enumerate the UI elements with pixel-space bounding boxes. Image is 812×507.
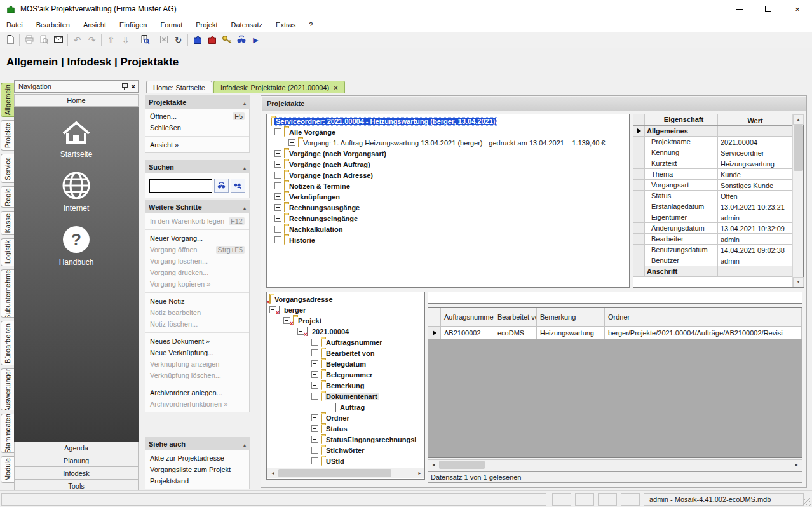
group-header-siehe-auch[interactable]: Siehe auch: [145, 437, 250, 450]
scroll-up-icon[interactable]: ▴: [793, 114, 804, 125]
permissions-button[interactable]: [219, 33, 234, 47]
module-tab-bueroarbeiten[interactable]: Büroarbeiten: [1, 321, 14, 365]
property-row[interactable]: KennungServiceordner: [633, 147, 792, 158]
expand-expander-icon[interactable]: [274, 172, 281, 179]
action-archivordner-anlegen[interactable]: Archivordner anlegen...: [145, 387, 249, 398]
new-document-button[interactable]: [3, 33, 17, 47]
scrollbar-thumb[interactable]: [794, 125, 803, 171]
tree-item[interactable]: Status: [267, 423, 424, 434]
tree-item[interactable]: Rechnungsausgänge: [267, 202, 629, 213]
property-row[interactable]: Benutzungsdatum14.04.2021 09:02:38: [633, 245, 792, 255]
nav-item-planung[interactable]: Planung: [14, 454, 139, 467]
tree-item[interactable]: UStId: [267, 456, 424, 466]
tree-item[interactable]: Auftragsnummer: [267, 337, 424, 348]
nav-item-agenda[interactable]: Agenda: [14, 442, 139, 454]
horizontal-scrollbar[interactable]: ◂ ▸: [428, 459, 802, 470]
tree-item[interactable]: Vorgänge (nach Vorgangsart): [267, 148, 629, 159]
module-tab-kasse[interactable]: Kasse: [1, 211, 14, 235]
tree-item[interactable]: × berger: [267, 304, 424, 315]
tree-item-dokumentenart[interactable]: Dokumentenart: [267, 391, 424, 402]
tree-item[interactable]: Bearbeitet von: [267, 348, 424, 358]
find-next-button[interactable]: [231, 179, 245, 193]
property-group-row[interactable]: Anschrift: [633, 266, 792, 277]
tree-item[interactable]: × Vorgangsadresse: [267, 294, 424, 304]
scroll-right-icon[interactable]: ▸: [414, 468, 425, 478]
tree-item[interactable]: Belegdatum: [267, 358, 424, 369]
menu-extras[interactable]: Extras: [276, 21, 295, 29]
action-neue-verknuepfung[interactable]: Neue Verknüpfung...: [145, 347, 249, 358]
tree-item[interactable]: × Projekt: [267, 315, 424, 326]
expand-expander-icon[interactable]: [311, 339, 318, 346]
shortcut-handbuch[interactable]: ? Handbuch: [59, 224, 94, 267]
tree-item[interactable]: Auftrag: [267, 402, 424, 412]
group-header-suchen[interactable]: Suchen: [145, 160, 250, 173]
tree-item-root[interactable]: Serviceordner: 2021.00004 - Heizungswart…: [267, 116, 629, 126]
scroll-left-icon[interactable]: ◂: [267, 468, 278, 478]
action-akte-projektadresse[interactable]: Akte zur Projektadresse: [145, 452, 249, 464]
property-group-row[interactable]: Allgemeines: [633, 126, 792, 137]
navigation-close-icon[interactable]: ×: [132, 83, 135, 90]
group-header-weitere-schritte[interactable]: Weitere Schritte: [145, 200, 250, 213]
property-row[interactable]: Eigentümeradmin: [633, 212, 792, 223]
column-ordner[interactable]: Ordner: [605, 308, 802, 327]
property-row[interactable]: KurztextHeizungswartung: [633, 158, 792, 169]
menu-datei[interactable]: Datei: [6, 21, 23, 29]
expand-expander-icon[interactable]: [311, 382, 318, 389]
print-button[interactable]: [22, 33, 36, 47]
scroll-left-icon[interactable]: ◂: [428, 459, 439, 470]
tree-item[interactable]: Historie: [267, 234, 629, 245]
report-preview-button[interactable]: [137, 33, 152, 47]
action-ansicht[interactable]: Ansicht »: [145, 139, 249, 151]
group-header-projektakte[interactable]: Projektakte: [145, 95, 250, 109]
expand-expander-icon[interactable]: [311, 349, 318, 356]
navigation-section-home[interactable]: Home: [14, 94, 139, 107]
run-button[interactable]: ►: [248, 33, 263, 47]
scroll-right-icon[interactable]: ▸: [791, 459, 802, 470]
scrollbar-thumb[interactable]: [439, 461, 485, 469]
tree-item[interactable]: Vorgang: 1. Auftrag Heizungswartung 13.0…: [267, 137, 629, 148]
expand-expander-icon[interactable]: [311, 447, 318, 454]
module-tab-stammdaten[interactable]: Stammdaten: [1, 414, 14, 453]
scrollbar-thumb[interactable]: [278, 469, 391, 477]
tree-item[interactable]: Rechnungseingänge: [267, 213, 629, 224]
tree-item[interactable]: × 2021.00004: [267, 326, 424, 337]
tree-item[interactable]: Verknüpfungen: [267, 191, 629, 202]
property-row[interactable]: Benutzeradmin: [633, 255, 792, 266]
tree-item[interactable]: Notizen & Termine: [267, 180, 629, 191]
scroll-down-icon[interactable]: ▾: [793, 277, 804, 287]
move-up-button[interactable]: ⇧: [104, 33, 118, 47]
find-button[interactable]: [214, 179, 229, 193]
email-button[interactable]: [51, 33, 65, 47]
expand-expander-icon[interactable]: [311, 360, 318, 367]
expand-expander-icon[interactable]: [274, 161, 281, 168]
menu-hilfe[interactable]: ?: [309, 21, 313, 29]
action-neuer-vorgang[interactable]: Neuer Vorgang...: [145, 233, 249, 244]
expand-expander-icon[interactable]: [274, 236, 281, 243]
expand-expander-icon[interactable]: [274, 150, 281, 157]
tree-item[interactable]: Ordner: [267, 412, 424, 423]
action-oeffnen[interactable]: Öffnen...F5: [145, 111, 249, 122]
module-tab-auswertungen[interactable]: Auswertungen: [1, 368, 14, 410]
refresh-button[interactable]: ↻: [171, 33, 186, 47]
property-row[interactable]: VorgangsartSonstiges Kunde: [633, 180, 792, 191]
menu-datensatz[interactable]: Datensatz: [231, 21, 263, 29]
shortcut-startseite[interactable]: Startseite: [60, 117, 93, 159]
expand-expander-icon[interactable]: [274, 182, 281, 189]
shortcut-internet[interactable]: Internet: [60, 170, 92, 213]
column-auftragsnummer[interactable]: Auftragsnummer: [441, 308, 494, 327]
redo-button[interactable]: ↷: [85, 33, 99, 47]
expand-expander-icon[interactable]: [274, 193, 281, 200]
tab-close-icon[interactable]: ×: [334, 84, 337, 91]
column-bearbeitet-von[interactable]: Bearbeitet von: [494, 308, 537, 327]
search-input[interactable]: [149, 179, 212, 193]
expand-expander-icon[interactable]: [311, 371, 318, 378]
action-vorgangsliste[interactable]: Vorgangsliste zum Projekt: [145, 464, 249, 475]
pin-icon[interactable]: [121, 83, 128, 90]
property-row[interactable]: Projektname2021.00004: [633, 137, 792, 147]
module-tab-allgemein[interactable]: Allgemein: [1, 83, 14, 117]
module-red-button[interactable]: [205, 33, 219, 47]
menu-bearbeiten[interactable]: Bearbeiten: [36, 21, 70, 29]
module-tab-logistik[interactable]: Logistik: [1, 238, 14, 266]
expand-expander-icon[interactable]: [311, 414, 318, 421]
property-row[interactable]: StatusOffen: [633, 191, 792, 201]
